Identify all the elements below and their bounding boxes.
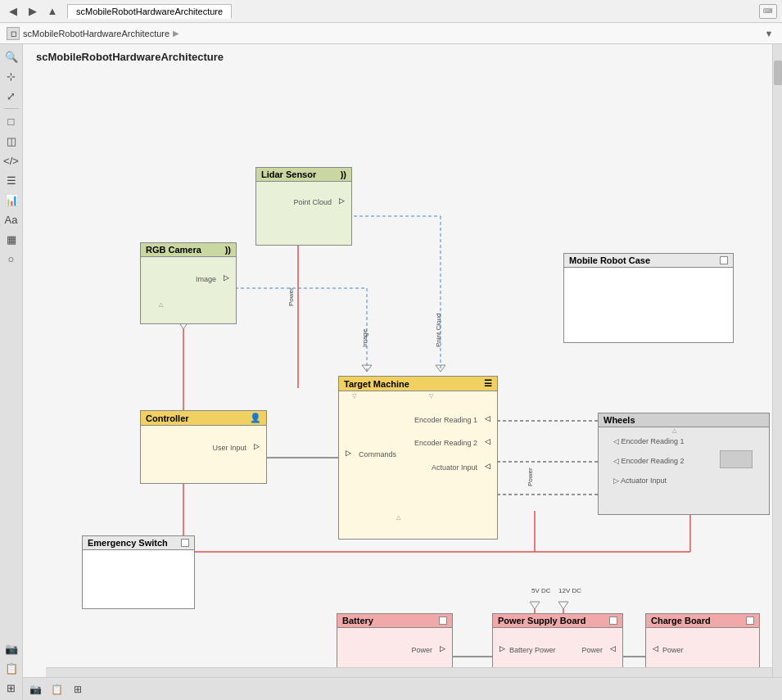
psboard-output-port: ◁: [610, 644, 616, 653]
mobile-title: Mobile Robot Case: [564, 254, 733, 268]
controller-title: Controller 👤: [141, 411, 266, 426]
svg-text:Power: Power: [527, 467, 534, 486]
lidar-port-label: Point Cloud: [293, 198, 332, 206]
target-commands-port: ▷: [346, 449, 351, 457]
target-title: Target Machine ☰: [339, 377, 497, 391]
bottom-btn-layers[interactable]: 📋: [47, 680, 66, 698]
target-actuator-port: ◁: [485, 462, 490, 470]
lidar-output-port: ▷: [339, 196, 345, 205]
svg-marker-28: [362, 365, 372, 372]
breadcrumb-bar: ◻ scMobileRobotHardwareArchitecture ▶ ▼: [0, 23, 782, 44]
chargeboard-input-port: ◁: [653, 644, 658, 653]
target-enc1-port: ◁: [485, 414, 490, 422]
tab-title[interactable]: scMobileRobotHardwareArchitecture: [67, 4, 232, 19]
rgb-body: Image ▷ △: [141, 257, 236, 309]
sidebar-btn-rect[interactable]: □: [2, 112, 20, 130]
rgb-title-text: RGB Camera: [146, 245, 201, 255]
bottom-btn-camera[interactable]: 📷: [26, 680, 44, 698]
target-enc2-port: ◁: [485, 437, 490, 445]
bottom-scrollbar[interactable]: [46, 667, 772, 677]
battery-port-label: Power: [411, 646, 432, 654]
lidar-title-text: Lidar Sensor: [261, 169, 316, 179]
target-power-port: △: [396, 514, 400, 521]
psboard-title-text: Power Supply Board: [498, 616, 586, 625]
top-toolbar: ◀ ▶ ▲ scMobileRobotHardwareArchitecture …: [0, 0, 782, 23]
wheels-body: ◁ Encoder Reading 1 ◁ Encoder Reading 2 …: [599, 427, 769, 501]
svg-text:Power: Power: [287, 287, 295, 306]
sidebar-btn-table[interactable]: ◫: [2, 132, 20, 150]
breadcrumb-text[interactable]: scMobileRobotHardwareArchitecture: [23, 29, 170, 38]
controller-output-port: ▷: [254, 442, 260, 450]
mobile-body: [564, 268, 733, 328]
breadcrumb-dropdown[interactable]: ▼: [762, 27, 775, 40]
sidebar-btn-shape[interactable]: ○: [2, 250, 20, 268]
wheels-box[interactable]: Wheels ◁ Encoder Reading 1 ◁ Encoder Rea…: [598, 413, 770, 515]
psboard-power-label: Power: [581, 646, 603, 654]
target-enc1-label: Encoder Reading 1: [414, 416, 477, 424]
sidebar-btn-list[interactable]: ☰: [2, 171, 20, 189]
keyboard-icon: ⌨: [759, 4, 777, 19]
emergency-square-icon: [181, 539, 189, 547]
scrollbar-thumb[interactable]: [774, 61, 782, 85]
controller-box[interactable]: Controller 👤 User Input ▷: [140, 410, 267, 484]
target-commands-label: Commands: [359, 450, 396, 458]
sidebar-btn-chart[interactable]: 📊: [2, 191, 20, 209]
emergency-title: Emergency Switch: [83, 536, 194, 550]
target-machine-box[interactable]: Target Machine ☰ Encoder Reading 1 ◁ Enc…: [338, 376, 498, 540]
wheels-title-text: Wheels: [603, 415, 635, 425]
controller-body: User Input ▷: [141, 426, 266, 471]
forward-button[interactable]: ▶: [25, 3, 41, 20]
lidar-body: Point Cloud ▷: [256, 182, 351, 231]
bottom-btn-diagram[interactable]: ⊞: [69, 680, 87, 698]
chargeboard-square-icon: [746, 616, 754, 625]
chargeboard-port-label: Power: [662, 646, 684, 654]
svg-text:12V DC: 12V DC: [558, 587, 581, 594]
lidar-sensor-box[interactable]: Lidar Sensor )) Point Cloud ▷: [255, 167, 352, 246]
battery-output-port: ▷: [440, 644, 445, 653]
emergency-body: [83, 550, 194, 595]
target-menu-icon: ☰: [484, 378, 492, 389]
rgb-wifi-icon: )): [225, 245, 231, 255]
emergency-title-text: Emergency Switch: [88, 538, 168, 548]
rgb-power-port: △: [159, 301, 163, 308]
target-pc-top: ▽: [429, 393, 433, 400]
canvas-area[interactable]: scMobileRobotHardwareArchitecture: [23, 44, 782, 700]
chargeboard-title: Charge Board: [646, 614, 759, 628]
rgb-camera-box[interactable]: RGB Camera )) Image ▷ △: [140, 242, 237, 324]
battery-square-icon: [439, 616, 447, 625]
bottom-bar: 📷 📋 ⊞: [23, 677, 782, 700]
right-scrollbar[interactable]: [772, 44, 782, 677]
sidebar-btn-text[interactable]: Aa: [2, 210, 20, 228]
breadcrumb-icon: ◻: [7, 27, 20, 40]
wheels-enc2-label: ◁ Encoder Reading 2: [613, 457, 685, 465]
main-layout: 🔍 ⊹ ⤢ □ ◫ </> ☰ 📊 Aa ▦ ○ 📷 📋 ⊞ scMobileR…: [0, 44, 782, 700]
sidebar-btn-search[interactable]: 🔍: [2, 47, 20, 65]
emergency-switch-box[interactable]: Emergency Switch: [82, 535, 195, 609]
controller-port-label: User Input: [212, 444, 246, 452]
battery-title: Battery: [337, 614, 452, 628]
sidebar-btn-grid[interactable]: ▦: [2, 230, 20, 248]
psboard-square-icon: [609, 616, 617, 625]
sidebar-btn-select[interactable]: ⊹: [2, 67, 20, 85]
wheels-actuator-label: ▷ Actuator Input: [613, 476, 667, 485]
svg-marker-29: [436, 365, 445, 372]
wheels-title: Wheels: [599, 413, 769, 427]
wheels-enc1-label: ◁ Encoder Reading 1: [613, 437, 685, 445]
rgb-title: RGB Camera )): [141, 243, 236, 257]
up-button[interactable]: ▲: [44, 3, 61, 20]
sidebar-btn-zoom[interactable]: ⤢: [2, 87, 20, 105]
target-actuator-label: Actuator Input: [432, 463, 477, 472]
mobile-title-text: Mobile Robot Case: [569, 255, 650, 265]
rgb-output-port: ▷: [224, 273, 229, 282]
sidebar-btn-code[interactable]: </>: [2, 151, 20, 169]
back-button[interactable]: ◀: [5, 3, 21, 20]
psboard-input-port: ▷: [499, 644, 505, 653]
mobile-robot-case-box[interactable]: Mobile Robot Case: [563, 253, 734, 343]
svg-text:Point Cloud: Point Cloud: [435, 314, 442, 347]
svg-text:Image: Image: [361, 328, 368, 347]
sidebar-btn-network[interactable]: ⊞: [2, 679, 20, 697]
sidebar-btn-layers[interactable]: 📋: [2, 659, 20, 677]
svg-marker-33: [558, 602, 568, 609]
mobile-square-icon: [720, 256, 728, 264]
sidebar-btn-camera[interactable]: 📷: [2, 639, 20, 657]
